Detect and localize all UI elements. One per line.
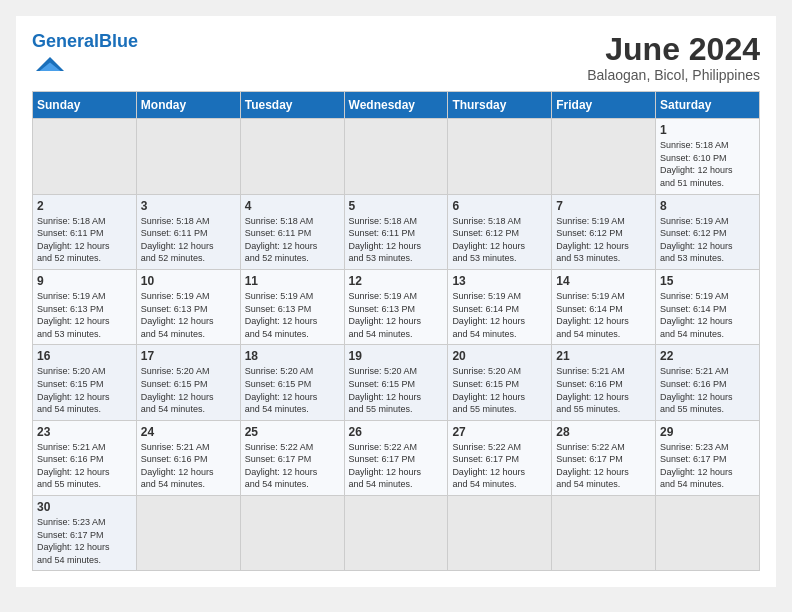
day-cell: 10Sunrise: 5:19 AM Sunset: 6:13 PM Dayli… — [136, 269, 240, 344]
calendar-page: GeneralBlue June 2024 Balaogan, Bicol, P… — [16, 16, 776, 587]
day-cell: 16Sunrise: 5:20 AM Sunset: 6:15 PM Dayli… — [33, 345, 137, 420]
day-info: Sunrise: 5:20 AM Sunset: 6:15 PM Dayligh… — [452, 365, 547, 415]
day-number: 1 — [660, 123, 755, 137]
day-cell: 26Sunrise: 5:22 AM Sunset: 6:17 PM Dayli… — [344, 420, 448, 495]
day-cell: 7Sunrise: 5:19 AM Sunset: 6:12 PM Daylig… — [552, 194, 656, 269]
logo-general: General — [32, 31, 99, 51]
day-info: Sunrise: 5:18 AM Sunset: 6:11 PM Dayligh… — [141, 215, 236, 265]
day-cell: 11Sunrise: 5:19 AM Sunset: 6:13 PM Dayli… — [240, 269, 344, 344]
day-info: Sunrise: 5:18 AM Sunset: 6:12 PM Dayligh… — [452, 215, 547, 265]
day-info: Sunrise: 5:22 AM Sunset: 6:17 PM Dayligh… — [556, 441, 651, 491]
day-info: Sunrise: 5:22 AM Sunset: 6:17 PM Dayligh… — [349, 441, 444, 491]
day-info: Sunrise: 5:18 AM Sunset: 6:11 PM Dayligh… — [37, 215, 132, 265]
day-info: Sunrise: 5:19 AM Sunset: 6:14 PM Dayligh… — [556, 290, 651, 340]
day-number: 9 — [37, 274, 132, 288]
day-cell: 24Sunrise: 5:21 AM Sunset: 6:16 PM Dayli… — [136, 420, 240, 495]
day-cell: 1Sunrise: 5:18 AM Sunset: 6:10 PM Daylig… — [656, 119, 760, 194]
day-info: Sunrise: 5:18 AM Sunset: 6:11 PM Dayligh… — [349, 215, 444, 265]
logo: GeneralBlue — [32, 32, 138, 82]
day-number: 21 — [556, 349, 651, 363]
day-cell: 9Sunrise: 5:19 AM Sunset: 6:13 PM Daylig… — [33, 269, 137, 344]
day-number: 23 — [37, 425, 132, 439]
day-info: Sunrise: 5:19 AM Sunset: 6:13 PM Dayligh… — [141, 290, 236, 340]
day-cell: 19Sunrise: 5:20 AM Sunset: 6:15 PM Dayli… — [344, 345, 448, 420]
day-cell: 23Sunrise: 5:21 AM Sunset: 6:16 PM Dayli… — [33, 420, 137, 495]
day-info: Sunrise: 5:18 AM Sunset: 6:11 PM Dayligh… — [245, 215, 340, 265]
day-number: 30 — [37, 500, 132, 514]
day-cell: 8Sunrise: 5:19 AM Sunset: 6:12 PM Daylig… — [656, 194, 760, 269]
weekday-friday: Friday — [552, 92, 656, 119]
day-number: 22 — [660, 349, 755, 363]
day-cell: 21Sunrise: 5:21 AM Sunset: 6:16 PM Dayli… — [552, 345, 656, 420]
logo-blue: Blue — [99, 31, 138, 51]
day-number: 25 — [245, 425, 340, 439]
day-info: Sunrise: 5:18 AM Sunset: 6:10 PM Dayligh… — [660, 139, 755, 189]
header-right: June 2024 Balaogan, Bicol, Philippines — [587, 32, 760, 83]
week-row-6: 30Sunrise: 5:23 AM Sunset: 6:17 PM Dayli… — [33, 496, 760, 571]
day-info: Sunrise: 5:20 AM Sunset: 6:15 PM Dayligh… — [245, 365, 340, 415]
week-row-4: 16Sunrise: 5:20 AM Sunset: 6:15 PM Dayli… — [33, 345, 760, 420]
weekday-monday: Monday — [136, 92, 240, 119]
day-info: Sunrise: 5:19 AM Sunset: 6:13 PM Dayligh… — [349, 290, 444, 340]
weekday-header-row: SundayMondayTuesdayWednesdayThursdayFrid… — [33, 92, 760, 119]
day-number: 17 — [141, 349, 236, 363]
day-info: Sunrise: 5:23 AM Sunset: 6:17 PM Dayligh… — [37, 516, 132, 566]
day-cell — [136, 119, 240, 194]
day-cell — [240, 119, 344, 194]
day-info: Sunrise: 5:20 AM Sunset: 6:15 PM Dayligh… — [141, 365, 236, 415]
day-cell: 28Sunrise: 5:22 AM Sunset: 6:17 PM Dayli… — [552, 420, 656, 495]
weekday-wednesday: Wednesday — [344, 92, 448, 119]
day-info: Sunrise: 5:20 AM Sunset: 6:15 PM Dayligh… — [37, 365, 132, 415]
day-info: Sunrise: 5:21 AM Sunset: 6:16 PM Dayligh… — [556, 365, 651, 415]
day-cell — [344, 119, 448, 194]
weekday-saturday: Saturday — [656, 92, 760, 119]
day-cell: 4Sunrise: 5:18 AM Sunset: 6:11 PM Daylig… — [240, 194, 344, 269]
day-info: Sunrise: 5:19 AM Sunset: 6:13 PM Dayligh… — [37, 290, 132, 340]
day-number: 11 — [245, 274, 340, 288]
day-number: 19 — [349, 349, 444, 363]
day-number: 10 — [141, 274, 236, 288]
day-info: Sunrise: 5:19 AM Sunset: 6:13 PM Dayligh… — [245, 290, 340, 340]
day-cell: 30Sunrise: 5:23 AM Sunset: 6:17 PM Dayli… — [33, 496, 137, 571]
week-row-1: 1Sunrise: 5:18 AM Sunset: 6:10 PM Daylig… — [33, 119, 760, 194]
day-number: 29 — [660, 425, 755, 439]
calendar-table: SundayMondayTuesdayWednesdayThursdayFrid… — [32, 91, 760, 571]
day-info: Sunrise: 5:20 AM Sunset: 6:15 PM Dayligh… — [349, 365, 444, 415]
day-cell: 6Sunrise: 5:18 AM Sunset: 6:12 PM Daylig… — [448, 194, 552, 269]
day-cell: 20Sunrise: 5:20 AM Sunset: 6:15 PM Dayli… — [448, 345, 552, 420]
day-number: 12 — [349, 274, 444, 288]
day-number: 5 — [349, 199, 444, 213]
week-row-2: 2Sunrise: 5:18 AM Sunset: 6:11 PM Daylig… — [33, 194, 760, 269]
day-cell: 14Sunrise: 5:19 AM Sunset: 6:14 PM Dayli… — [552, 269, 656, 344]
day-cell: 17Sunrise: 5:20 AM Sunset: 6:15 PM Dayli… — [136, 345, 240, 420]
header: GeneralBlue June 2024 Balaogan, Bicol, P… — [32, 32, 760, 83]
day-number: 7 — [556, 199, 651, 213]
day-cell: 15Sunrise: 5:19 AM Sunset: 6:14 PM Dayli… — [656, 269, 760, 344]
day-cell: 18Sunrise: 5:20 AM Sunset: 6:15 PM Dayli… — [240, 345, 344, 420]
location: Balaogan, Bicol, Philippines — [587, 67, 760, 83]
day-cell — [552, 119, 656, 194]
day-cell — [448, 496, 552, 571]
day-info: Sunrise: 5:21 AM Sunset: 6:16 PM Dayligh… — [37, 441, 132, 491]
month-title: June 2024 — [587, 32, 760, 67]
day-cell: 27Sunrise: 5:22 AM Sunset: 6:17 PM Dayli… — [448, 420, 552, 495]
logo-icon — [36, 50, 64, 78]
day-number: 13 — [452, 274, 547, 288]
day-number: 18 — [245, 349, 340, 363]
day-info: Sunrise: 5:21 AM Sunset: 6:16 PM Dayligh… — [660, 365, 755, 415]
day-cell: 12Sunrise: 5:19 AM Sunset: 6:13 PM Dayli… — [344, 269, 448, 344]
day-cell — [448, 119, 552, 194]
day-number: 15 — [660, 274, 755, 288]
day-cell: 22Sunrise: 5:21 AM Sunset: 6:16 PM Dayli… — [656, 345, 760, 420]
day-cell: 2Sunrise: 5:18 AM Sunset: 6:11 PM Daylig… — [33, 194, 137, 269]
day-number: 20 — [452, 349, 547, 363]
day-cell — [656, 496, 760, 571]
day-info: Sunrise: 5:23 AM Sunset: 6:17 PM Dayligh… — [660, 441, 755, 491]
day-cell — [552, 496, 656, 571]
day-number: 26 — [349, 425, 444, 439]
weekday-sunday: Sunday — [33, 92, 137, 119]
day-cell: 3Sunrise: 5:18 AM Sunset: 6:11 PM Daylig… — [136, 194, 240, 269]
day-cell: 5Sunrise: 5:18 AM Sunset: 6:11 PM Daylig… — [344, 194, 448, 269]
day-number: 3 — [141, 199, 236, 213]
day-number: 16 — [37, 349, 132, 363]
